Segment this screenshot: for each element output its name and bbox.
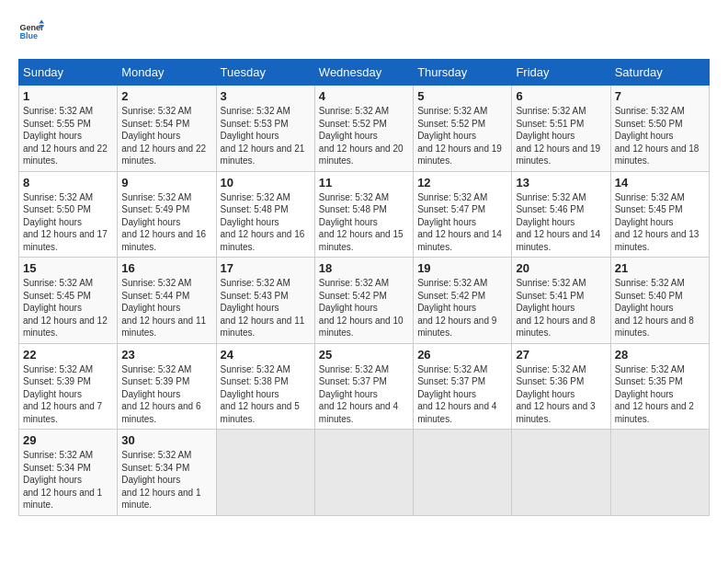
header-row: SundayMondayTuesdayWednesdayThursdayFrid…	[19, 60, 710, 86]
day-number: 4	[319, 89, 409, 103]
day-number: 1	[23, 89, 113, 103]
day-number: 11	[319, 176, 409, 190]
empty-cell	[512, 430, 610, 516]
day-cell-4: 4 Sunrise: 5:32 AMSunset: 5:52 PMDayligh…	[314, 86, 413, 172]
day-number: 30	[121, 433, 211, 447]
day-info: Sunrise: 5:32 AMSunset: 5:43 PMDaylight …	[221, 278, 305, 338]
day-number: 23	[121, 348, 211, 362]
day-info: Sunrise: 5:32 AMSunset: 5:52 PMDaylight …	[319, 106, 404, 166]
day-cell-14: 14 Sunrise: 5:32 AMSunset: 5:45 PMDaylig…	[610, 171, 709, 258]
day-number: 24	[221, 348, 311, 362]
week-row-4: 22 Sunrise: 5:32 AMSunset: 5:39 PMDaylig…	[19, 343, 710, 430]
day-info: Sunrise: 5:32 AMSunset: 5:54 PMDaylight …	[121, 106, 206, 166]
day-cell-29: 29 Sunrise: 5:32 AMSunset: 5:34 PMDaylig…	[19, 430, 118, 516]
day-cell-5: 5 Sunrise: 5:32 AMSunset: 5:52 PMDayligh…	[414, 86, 512, 172]
day-number: 5	[417, 89, 507, 103]
week-row-5: 29 Sunrise: 5:32 AMSunset: 5:34 PMDaylig…	[19, 430, 710, 516]
day-cell-28: 28 Sunrise: 5:32 AMSunset: 5:35 PMDaylig…	[610, 343, 709, 430]
day-number: 10	[221, 176, 311, 190]
day-info: Sunrise: 5:32 AMSunset: 5:45 PMDaylight …	[615, 192, 700, 252]
header-cell-friday: Friday	[512, 60, 610, 86]
logo-icon: General Blue	[18, 18, 44, 44]
day-cell-2: 2 Sunrise: 5:32 AMSunset: 5:54 PMDayligh…	[118, 86, 216, 172]
logo: General Blue	[18, 18, 44, 44]
day-number: 8	[23, 176, 113, 190]
day-cell-9: 9 Sunrise: 5:32 AMSunset: 5:49 PMDayligh…	[118, 171, 216, 258]
day-info: Sunrise: 5:32 AMSunset: 5:50 PMDaylight …	[23, 192, 108, 252]
calendar-header: SundayMondayTuesdayWednesdayThursdayFrid…	[19, 60, 710, 86]
day-number: 2	[121, 89, 211, 103]
day-cell-12: 12 Sunrise: 5:32 AMSunset: 5:47 PMDaylig…	[414, 171, 512, 258]
day-info: Sunrise: 5:32 AMSunset: 5:37 PMDaylight …	[417, 364, 496, 424]
day-info: Sunrise: 5:32 AMSunset: 5:44 PMDaylight …	[121, 278, 206, 338]
day-cell-27: 27 Sunrise: 5:32 AMSunset: 5:36 PMDaylig…	[512, 343, 610, 430]
day-number: 9	[121, 176, 211, 190]
empty-cell	[610, 430, 709, 516]
day-number: 3	[221, 89, 311, 103]
day-info: Sunrise: 5:32 AMSunset: 5:39 PMDaylight …	[23, 364, 102, 424]
svg-text:Blue: Blue	[19, 31, 38, 40]
day-info: Sunrise: 5:32 AMSunset: 5:38 PMDaylight …	[221, 364, 300, 424]
day-info: Sunrise: 5:32 AMSunset: 5:34 PMDaylight …	[121, 450, 200, 510]
day-cell-13: 13 Sunrise: 5:32 AMSunset: 5:46 PMDaylig…	[512, 171, 610, 258]
day-number: 19	[417, 261, 507, 275]
day-cell-11: 11 Sunrise: 5:32 AMSunset: 5:48 PMDaylig…	[314, 171, 413, 258]
day-cell-16: 16 Sunrise: 5:32 AMSunset: 5:44 PMDaylig…	[118, 258, 216, 344]
day-number: 12	[417, 176, 507, 190]
day-info: Sunrise: 5:32 AMSunset: 5:40 PMDaylight …	[615, 278, 694, 338]
header-cell-monday: Monday	[118, 60, 216, 86]
day-number: 26	[417, 348, 507, 362]
day-number: 6	[516, 89, 606, 103]
day-cell-23: 23 Sunrise: 5:32 AMSunset: 5:39 PMDaylig…	[118, 343, 216, 430]
day-info: Sunrise: 5:32 AMSunset: 5:39 PMDaylight …	[121, 364, 200, 424]
day-info: Sunrise: 5:32 AMSunset: 5:48 PMDaylight …	[319, 192, 404, 252]
day-cell-8: 8 Sunrise: 5:32 AMSunset: 5:50 PMDayligh…	[19, 171, 118, 258]
header-cell-wednesday: Wednesday	[314, 60, 413, 86]
week-row-3: 15 Sunrise: 5:32 AMSunset: 5:45 PMDaylig…	[19, 258, 710, 344]
header-cell-thursday: Thursday	[414, 60, 512, 86]
svg-marker-2	[39, 19, 44, 23]
header-cell-tuesday: Tuesday	[216, 60, 314, 86]
day-cell-7: 7 Sunrise: 5:32 AMSunset: 5:50 PMDayligh…	[610, 86, 709, 172]
day-number: 28	[615, 348, 705, 362]
day-info: Sunrise: 5:32 AMSunset: 5:50 PMDaylight …	[615, 106, 700, 166]
day-cell-6: 6 Sunrise: 5:32 AMSunset: 5:51 PMDayligh…	[512, 86, 610, 172]
day-number: 16	[121, 261, 211, 275]
day-info: Sunrise: 5:32 AMSunset: 5:45 PMDaylight …	[23, 278, 108, 338]
day-cell-24: 24 Sunrise: 5:32 AMSunset: 5:38 PMDaylig…	[216, 343, 314, 430]
page-header: General Blue	[18, 18, 710, 44]
day-number: 29	[23, 433, 113, 447]
day-number: 21	[615, 261, 705, 275]
svg-text:General: General	[19, 23, 44, 32]
day-info: Sunrise: 5:32 AMSunset: 5:49 PMDaylight …	[121, 192, 206, 252]
day-number: 27	[516, 348, 606, 362]
day-number: 18	[319, 261, 409, 275]
week-row-1: 1 Sunrise: 5:32 AMSunset: 5:55 PMDayligh…	[19, 86, 710, 172]
day-number: 14	[615, 176, 705, 190]
day-cell-26: 26 Sunrise: 5:32 AMSunset: 5:37 PMDaylig…	[414, 343, 512, 430]
day-number: 7	[615, 89, 705, 103]
day-info: Sunrise: 5:32 AMSunset: 5:37 PMDaylight …	[319, 364, 398, 424]
day-cell-20: 20 Sunrise: 5:32 AMSunset: 5:41 PMDaylig…	[512, 258, 610, 344]
day-number: 22	[23, 348, 113, 362]
header-cell-sunday: Sunday	[19, 60, 118, 86]
calendar-table: SundayMondayTuesdayWednesdayThursdayFrid…	[18, 59, 710, 516]
day-cell-19: 19 Sunrise: 5:32 AMSunset: 5:42 PMDaylig…	[414, 258, 512, 344]
day-info: Sunrise: 5:32 AMSunset: 5:53 PMDaylight …	[221, 106, 305, 166]
day-cell-30: 30 Sunrise: 5:32 AMSunset: 5:34 PMDaylig…	[118, 430, 216, 516]
day-info: Sunrise: 5:32 AMSunset: 5:47 PMDaylight …	[417, 192, 502, 252]
week-row-2: 8 Sunrise: 5:32 AMSunset: 5:50 PMDayligh…	[19, 171, 710, 258]
day-info: Sunrise: 5:32 AMSunset: 5:42 PMDaylight …	[319, 278, 404, 338]
day-info: Sunrise: 5:32 AMSunset: 5:48 PMDaylight …	[221, 192, 305, 252]
day-number: 20	[516, 261, 606, 275]
day-info: Sunrise: 5:32 AMSunset: 5:51 PMDaylight …	[516, 106, 600, 166]
day-number: 25	[319, 348, 409, 362]
day-info: Sunrise: 5:32 AMSunset: 5:35 PMDaylight …	[615, 364, 694, 424]
day-cell-17: 17 Sunrise: 5:32 AMSunset: 5:43 PMDaylig…	[216, 258, 314, 344]
day-info: Sunrise: 5:32 AMSunset: 5:55 PMDaylight …	[23, 106, 108, 166]
day-info: Sunrise: 5:32 AMSunset: 5:52 PMDaylight …	[417, 106, 502, 166]
day-number: 15	[23, 261, 113, 275]
day-info: Sunrise: 5:32 AMSunset: 5:34 PMDaylight …	[23, 450, 102, 510]
day-cell-10: 10 Sunrise: 5:32 AMSunset: 5:48 PMDaylig…	[216, 171, 314, 258]
day-cell-3: 3 Sunrise: 5:32 AMSunset: 5:53 PMDayligh…	[216, 86, 314, 172]
